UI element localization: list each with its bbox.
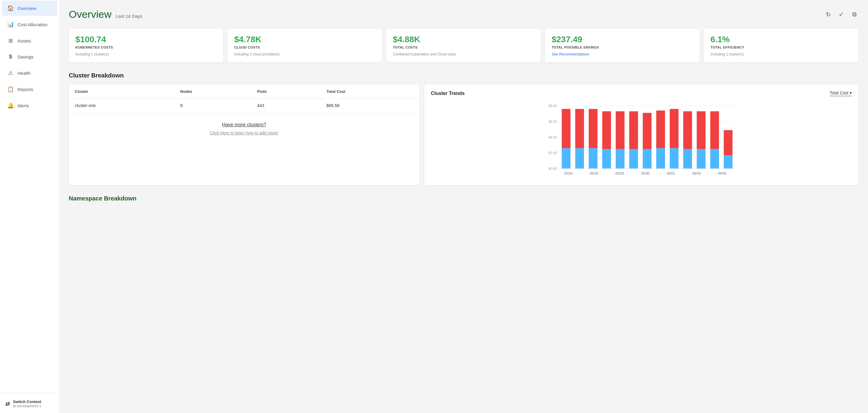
refresh-button[interactable]: ↻ [825,10,832,19]
kubernetes-cost-sub: Including 1 cluster(s) [75,52,217,56]
sidebar-item-overview[interactable]: 🏠 Overview [2,1,57,16]
svg-rect-15 [589,109,597,148]
cluster-cost: $66.58 [320,98,419,113]
metric-card-total: $4.88K TOTAL COSTS Combined Kubernetes a… [386,29,541,62]
savings-label: TOTAL POSSIBLE SAVINGS [552,45,693,49]
total-cost-label: TOTAL COSTS [393,45,534,49]
svg-rect-13 [575,109,584,148]
cluster-pods: 443 [251,98,320,113]
svg-rect-16 [602,149,611,168]
svg-text:05/26: 05/26 [590,171,598,175]
sidebar-item-label: Reports [18,87,33,92]
col-nodes: Nodes [174,85,251,98]
savings-sub: See Recommendations [552,52,693,56]
cloud-cost-label: CLOUD COSTS [234,45,375,49]
warning-icon: ⚠ [7,70,14,76]
svg-rect-22 [643,149,651,168]
sidebar-item-reports[interactable]: 📋 Reports [2,82,57,97]
savings-value: $237.49 [552,35,693,44]
efficiency-sub: Including 1 cluster(s) [711,52,852,56]
cluster-nodes: 8 [174,98,251,113]
svg-text:$2.00: $2.00 [549,151,557,155]
svg-rect-26 [670,148,678,168]
cluster-breakdown-title: Cluster Breakdown [69,72,858,79]
total-cost-sub: Combined Kubernetes and Cloud costs [393,52,534,56]
table-row: cluster-one 8 443 $66.58 [69,98,420,113]
svg-rect-21 [629,111,638,149]
svg-rect-25 [656,110,665,148]
svg-text:$6.00: $6.00 [549,120,557,123]
cloud-cost-value: $4.78K [234,35,375,44]
sidebar-item-assets[interactable]: ⊞ Assets [2,33,57,48]
bar-chart-container: $8.00 $6.00 $4.00 $2.00 $0.00 05/24 05/2… [431,101,852,179]
recommendations-link[interactable]: See Recommendations [552,52,589,56]
kubernetes-cost-label: KUBERNETES COSTS [75,45,217,49]
svg-rect-32 [710,149,719,168]
sidebar-item-alerts[interactable]: 🔔 Alerts [2,98,57,113]
cluster-more: Have more clusters? Click Here to learn … [69,113,420,141]
svg-rect-34 [723,155,732,168]
chart-card: Cluster Trends Total Cost ▾ $8.00 $6.00 … [424,85,858,185]
cluster-name: cluster-one [69,98,174,113]
col-total-cost: Total Cost [320,85,419,98]
metric-card-cloud: $4.78K CLOUD COSTS Including 2 cloud pro… [227,29,382,62]
svg-text:06/05: 06/05 [718,171,726,175]
switch-context-button[interactable]: ⇄ Switch Context te-development-1 [2,396,57,411]
sidebar-item-label: Savings [18,54,33,59]
svg-rect-29 [683,111,692,149]
report-icon: 📋 [7,86,14,93]
sidebar-item-savings[interactable]: $ Savings [2,50,57,64]
svg-rect-11 [562,109,570,148]
col-cluster: Cluster [69,85,174,98]
checkmark-button[interactable]: ✓ [838,10,845,19]
svg-rect-33 [710,111,719,149]
total-cost-dropdown[interactable]: Total Cost ▾ [830,90,852,96]
kubernetes-cost-value: $100.74 [75,35,217,44]
more-clusters-link[interactable]: Have more clusters? [75,122,413,128]
page-subtitle: Last 14 Days [116,13,142,19]
svg-rect-10 [562,148,570,168]
sidebar-item-health[interactable]: ⚠ Health [2,65,57,81]
svg-rect-30 [697,149,706,168]
svg-rect-17 [602,111,611,149]
chart-bar-icon: 📊 [7,21,14,28]
main-content: Overview Last 14 Days ↻ ✓ ⚙ $100.74 KUBE… [59,0,868,413]
dollar-icon: $ [7,54,14,60]
metrics-row: $100.74 KUBERNETES COSTS Including 1 clu… [69,29,858,62]
add-clusters-link[interactable]: Click Here to learn how to add more! [75,130,413,135]
sidebar-bottom: ⇄ Switch Context te-development-1 [0,392,59,413]
cluster-trends-chart: $8.00 $6.00 $4.00 $2.00 $0.00 05/24 05/2… [431,101,852,179]
svg-text:05/30: 05/30 [641,171,650,175]
header-actions: ↻ ✓ ⚙ [825,10,858,19]
svg-text:05/28: 05/28 [616,171,624,175]
svg-rect-14 [589,148,597,168]
cluster-table: Cluster Nodes Pods Total Cost cluster-on… [69,85,420,113]
metric-card-efficiency: 6.1% TOTAL EFFICIENCY Including 1 cluste… [704,29,858,62]
namespace-breakdown-title: Namespace Breakdown [69,195,858,202]
svg-rect-31 [697,111,706,149]
sidebar-item-label: Alerts [18,103,29,108]
context-subtitle: te-development-1 [13,404,41,408]
bell-icon: 🔔 [7,102,14,109]
svg-rect-12 [575,148,584,168]
svg-text:$4.00: $4.00 [549,135,557,139]
svg-text:06/03: 06/03 [692,171,701,175]
svg-rect-19 [616,111,624,149]
settings-button[interactable]: ⚙ [850,10,858,19]
col-pods: Pods [251,85,320,98]
metric-card-savings: $237.49 TOTAL POSSIBLE SAVINGS See Recom… [545,29,700,62]
metric-card-kubernetes: $100.74 KUBERNETES COSTS Including 1 clu… [69,29,223,62]
cluster-section: Cluster Nodes Pods Total Cost cluster-on… [69,85,858,185]
svg-text:$8.00: $8.00 [549,104,557,107]
svg-rect-24 [656,148,665,168]
page-header: Overview Last 14 Days ↻ ✓ ⚙ [69,8,858,20]
cluster-table-card: Cluster Nodes Pods Total Cost cluster-on… [69,85,420,185]
svg-rect-23 [643,113,651,149]
efficiency-value: 6.1% [711,35,852,44]
switch-context-icon: ⇄ [5,401,10,407]
sidebar-item-cost-allocation[interactable]: 📊 Cost Allocation [2,17,57,32]
page-title: Overview [69,8,112,20]
efficiency-label: TOTAL EFFICIENCY [711,45,852,49]
svg-text:05/24: 05/24 [564,171,573,175]
svg-text:06/01: 06/01 [667,171,675,175]
